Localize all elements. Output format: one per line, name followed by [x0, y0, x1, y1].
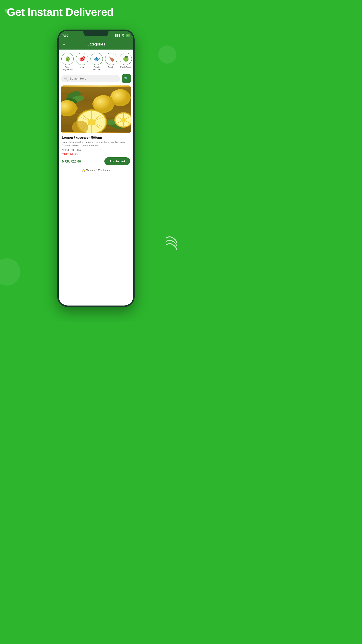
- product-bottom-row: MRP: ₹25.00 Add to cart: [59, 157, 133, 167]
- fresh-vegetables-label: Fresh Vegetables: [61, 66, 74, 71]
- product-image: [61, 86, 131, 133]
- price-section: MRP: ₹25.00: [62, 160, 81, 163]
- search-container: 🔍 🔍: [61, 74, 131, 83]
- product-info: Lemon / നാരങ്ങ - 500gm Fresh Lemon will …: [59, 133, 133, 158]
- category-poultry[interactable]: 🍗 Poultry: [104, 53, 118, 68]
- search-button-icon: 🔍: [124, 76, 129, 81]
- product-mrp-old: MRP: ₹30.00: [62, 152, 130, 156]
- search-button[interactable]: 🔍: [122, 74, 131, 83]
- add-to-cart-button[interactable]: Add to cart: [104, 157, 130, 165]
- categories-row: 🫑 Fresh Vegetables 🥩 Meat 🐟 Fish & Seafo…: [59, 50, 133, 73]
- category-meat[interactable]: 🥩 Meat: [76, 53, 89, 68]
- fish-icon: 🐟: [94, 56, 100, 62]
- phone-frame: 7:00 ▋▋▋ ⚡ ← Categories: [57, 30, 134, 307]
- svg-point-23: [112, 103, 115, 105]
- app-content: 🫑 Fresh Vegetables 🥩 Meat 🐟 Fish & Seafo…: [59, 50, 133, 173]
- fresh-vegetables-icon: 🫑: [64, 56, 71, 62]
- category-fresh-fruits[interactable]: 🍏 Fresh Fruits: [119, 53, 132, 68]
- status-time: 7:00: [62, 34, 68, 37]
- category-fresh-vegetables[interactable]: 🫑 Fresh Vegetables: [61, 53, 74, 71]
- app-header: ← Categories: [59, 39, 133, 50]
- wave-decoration: [165, 234, 178, 252]
- svg-point-24: [92, 103, 94, 105]
- svg-point-15: [75, 107, 78, 109]
- product-weight: Net wt : 500.00 g: [62, 149, 130, 152]
- product-title: Lemon / നാരങ്ങ - 500gm: [62, 136, 130, 140]
- bg-decoration-circle-right: [158, 46, 176, 64]
- search-input[interactable]: [70, 77, 117, 80]
- fish-seafood-label: Fish & Seafood: [90, 66, 103, 71]
- fresh-fruits-label: Fresh Fruits: [120, 66, 131, 68]
- meat-label: Meat: [80, 66, 84, 68]
- poultry-icon: 🍗: [108, 56, 114, 62]
- header-title: Categories: [87, 42, 105, 46]
- battery-icon: ⚡: [126, 34, 130, 37]
- bg-decoration-circle-left: [0, 258, 20, 286]
- search-input-wrapper: 🔍: [61, 75, 120, 82]
- poultry-label: Poultry: [108, 66, 114, 68]
- fresh-vegetables-icon-circle: 🫑: [62, 53, 74, 65]
- headline: Get Instant Delivered: [7, 6, 174, 18]
- delivery-icon: 🛵: [82, 169, 85, 172]
- delivery-footer: 🛵 Today in 120 minutes: [59, 167, 133, 173]
- wifi-icon: [122, 34, 125, 37]
- svg-point-40: [88, 119, 96, 125]
- lemon-image-bg: [61, 86, 131, 133]
- poultry-icon-circle: 🍗: [105, 53, 117, 65]
- product-mrp-new: MRP: ₹25.00: [62, 160, 81, 163]
- fresh-fruits-icon: 🍏: [123, 56, 129, 62]
- back-button[interactable]: ←: [62, 42, 66, 47]
- search-icon-small: 🔍: [64, 77, 68, 80]
- meat-icon: 🥩: [79, 56, 85, 62]
- phone-notch: [84, 31, 108, 36]
- phone-inner: 7:00 ▋▋▋ ⚡ ← Categories: [59, 31, 133, 306]
- fish-icon-circle: 🐟: [90, 53, 103, 65]
- signal-icon: ▋▋▋: [115, 34, 121, 37]
- fresh-fruits-icon-circle: 🍏: [120, 53, 132, 65]
- category-fish-seafood[interactable]: 🐟 Fish & Seafood: [90, 53, 103, 71]
- meat-icon-circle: 🥩: [76, 53, 88, 65]
- product-description: Fresh Lemon will be delivered to your ho…: [62, 140, 130, 148]
- svg-point-30: [121, 118, 126, 122]
- delivery-text: Today in 120 minutes: [86, 169, 110, 172]
- status-icons: ▋▋▋ ⚡: [115, 34, 130, 37]
